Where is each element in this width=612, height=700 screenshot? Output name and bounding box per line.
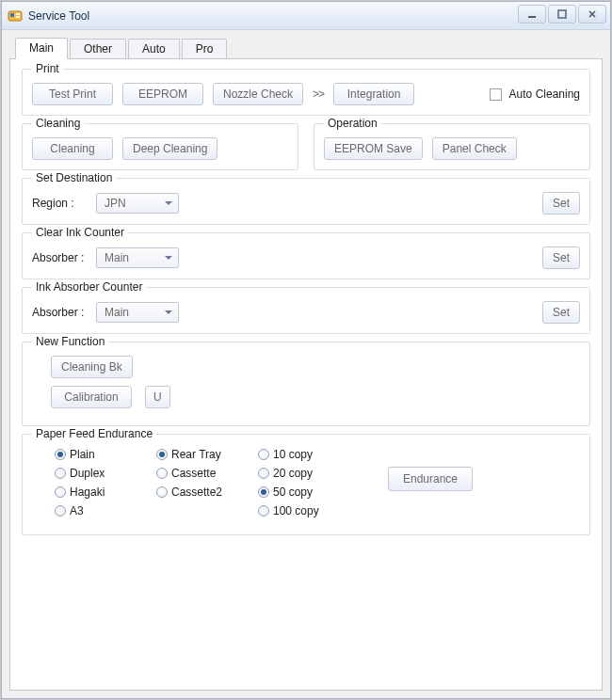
cleaning-bk-button[interactable]: Cleaning Bk	[51, 356, 133, 378]
radio-duplex-label: Duplex	[70, 467, 105, 480]
legend-paper-feed: Paper Feed Endurance	[32, 427, 156, 440]
app-icon	[8, 8, 23, 24]
radio-icon	[258, 468, 269, 479]
radio-icon	[156, 486, 168, 498]
radio-cassette-label: Cassette	[171, 467, 216, 480]
group-paper-feed: Paper Feed Endurance Plain Duplex Hagaki…	[22, 434, 590, 535]
legend-cleaning: Cleaning	[32, 117, 84, 130]
svg-rect-4	[528, 16, 536, 18]
cleaning-button[interactable]: Cleaning	[32, 137, 113, 160]
radio-cassette[interactable]: Cassette	[156, 467, 230, 480]
tabpanel-main: Print Test Print EEPROM Nozzle Check >> …	[9, 58, 603, 691]
region-set-button[interactable]: Set	[542, 192, 580, 215]
deep-cleaning-button[interactable]: Deep Cleaning	[122, 137, 217, 160]
clear-ink-set-button[interactable]: Set	[542, 247, 580, 269]
radio-icon	[55, 486, 66, 498]
tab-pro[interactable]: Pro	[182, 39, 228, 59]
radio-100copy-label: 100 copy	[273, 504, 319, 517]
calibration-button[interactable]: Calibration	[51, 386, 132, 408]
panel-check-button[interactable]: Panel Check	[432, 137, 517, 160]
pfe-col-copies: 10 copy 20 copy 50 copy 100 copy	[258, 448, 341, 517]
endurance-button[interactable]: Endurance	[388, 467, 473, 491]
radio-icon	[258, 486, 269, 498]
radio-rear-tray-label: Rear Tray	[171, 448, 221, 461]
radio-icon	[156, 468, 168, 479]
ink-absorber-combo[interactable]: Main	[96, 302, 179, 323]
radio-icon	[55, 449, 66, 460]
radio-icon	[258, 505, 269, 517]
radio-a3[interactable]: A3	[55, 504, 128, 517]
legend-ink-absorber: Ink Absorber Counter	[32, 280, 146, 294]
group-clear-ink: Clear Ink Counter Absorber : Main Set	[22, 232, 590, 279]
auto-cleaning-checkbox[interactable]: Auto Cleaning	[490, 88, 580, 101]
group-set-destination: Set Destination Region : JPN Set	[22, 178, 590, 225]
svg-rect-5	[558, 10, 566, 18]
radio-plain[interactable]: Plain	[55, 448, 128, 461]
radio-icon	[55, 505, 66, 517]
paper-feed-grid: Plain Duplex Hagaki A3 Rear Tray Cassett…	[55, 448, 341, 517]
cleaning-operation-row: Cleaning Cleaning Deep Cleaning Operatio…	[22, 123, 590, 178]
tab-main[interactable]: Main	[15, 38, 68, 59]
radio-icon	[55, 468, 66, 479]
legend-operation: Operation	[324, 117, 381, 130]
ink-absorber-label: Absorber :	[32, 306, 87, 319]
radio-10copy[interactable]: 10 copy	[258, 448, 331, 461]
tabstrip: Main Other Auto Pro	[9, 38, 603, 59]
region-combo[interactable]: JPN	[96, 193, 179, 214]
region-value: JPN	[105, 197, 126, 210]
radio-50copy[interactable]: 50 copy	[258, 485, 331, 499]
group-print: Print Test Print EEPROM Nozzle Check >> …	[22, 69, 590, 116]
svg-rect-3	[16, 16, 20, 18]
titlebar: Service Tool	[2, 2, 610, 30]
radio-cassette2-label: Cassette2	[171, 485, 222, 499]
legend-set-destination: Set Destination	[32, 171, 116, 184]
radio-icon	[258, 449, 269, 460]
pfe-col-media: Plain Duplex Hagaki A3	[55, 448, 137, 517]
tab-other[interactable]: Other	[70, 39, 126, 59]
client-area: Main Other Auto Pro Print Test Print EEP…	[2, 30, 610, 698]
legend-clear-ink: Clear Ink Counter	[32, 226, 128, 239]
radio-cassette2[interactable]: Cassette2	[156, 485, 230, 499]
checkbox-icon	[490, 88, 502, 101]
clear-absorber-label: Absorber :	[32, 251, 87, 264]
clear-absorber-value: Main	[105, 251, 129, 264]
group-cleaning: Cleaning Cleaning Deep Cleaning	[22, 123, 298, 170]
radio-a3-label: A3	[70, 504, 84, 517]
radio-rear-tray[interactable]: Rear Tray	[156, 448, 230, 461]
radio-10copy-label: 10 copy	[273, 448, 313, 461]
test-print-button[interactable]: Test Print	[32, 83, 113, 105]
window-title: Service Tool	[28, 9, 89, 23]
radio-hagaki[interactable]: Hagaki	[55, 485, 128, 499]
eeprom-save-button[interactable]: EEPROM Save	[324, 137, 423, 160]
auto-cleaning-label: Auto Cleaning	[509, 88, 580, 101]
svg-rect-2	[16, 13, 20, 15]
legend-print: Print	[32, 62, 63, 75]
legend-new-function: New Function	[32, 335, 108, 348]
u-button[interactable]: U	[145, 386, 170, 408]
group-new-function: New Function Cleaning Bk Calibration U	[22, 342, 590, 426]
clear-absorber-combo[interactable]: Main	[96, 247, 179, 268]
region-label: Region :	[32, 197, 87, 210]
radio-100copy[interactable]: 100 copy	[258, 504, 331, 517]
minimize-button[interactable]	[518, 5, 546, 24]
tab-auto[interactable]: Auto	[128, 39, 180, 59]
print-row: Test Print EEPROM Nozzle Check >> Integr…	[32, 83, 580, 105]
close-button[interactable]	[578, 5, 606, 24]
radio-plain-label: Plain	[70, 448, 95, 461]
main-window: Service Tool Main Other Auto Pro Print T…	[1, 1, 611, 699]
app-canvas: Service Tool Main Other Auto Pro Print T…	[0, 0, 612, 700]
maximize-button[interactable]	[548, 5, 576, 24]
eeprom-button[interactable]: EEPROM	[122, 83, 203, 105]
window-controls	[518, 5, 606, 24]
nozzle-check-button[interactable]: Nozzle Check	[213, 83, 303, 105]
integration-button[interactable]: Integration	[333, 83, 414, 105]
chevron-icon: >>	[313, 88, 324, 101]
ink-absorber-set-button[interactable]: Set	[542, 301, 580, 324]
radio-20copy-label: 20 copy	[273, 467, 313, 480]
radio-icon	[156, 449, 168, 460]
radio-duplex[interactable]: Duplex	[55, 467, 128, 480]
pfe-col-source: Rear Tray Cassette Cassette2	[156, 448, 239, 517]
radio-20copy[interactable]: 20 copy	[258, 467, 331, 480]
group-ink-absorber: Ink Absorber Counter Absorber : Main Set	[22, 287, 590, 334]
radio-hagaki-label: Hagaki	[70, 485, 105, 499]
